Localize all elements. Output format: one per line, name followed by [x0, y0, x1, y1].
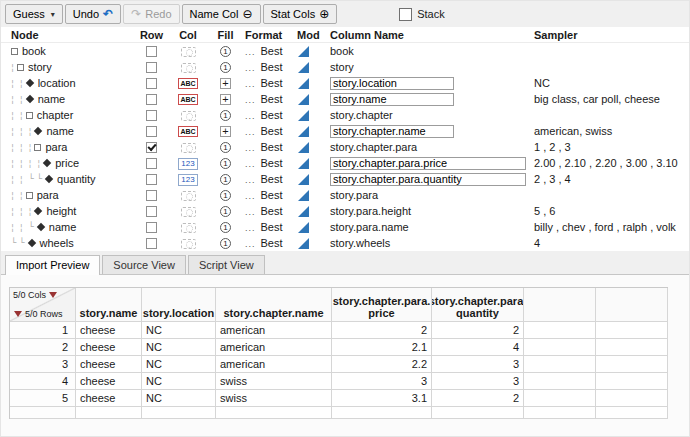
fill-icon[interactable]: 1 — [220, 190, 231, 201]
element-node-icon[interactable] — [26, 112, 33, 119]
col-type-icon[interactable]: ABC — [178, 126, 197, 137]
cell-story-location[interactable]: NC — [142, 356, 216, 373]
fill-icon[interactable]: + — [220, 126, 231, 137]
cell-quantity[interactable]: 3 — [432, 356, 524, 373]
row-checkbox[interactable] — [146, 94, 157, 105]
column-name-input[interactable] — [330, 157, 526, 170]
column-header-story-name[interactable]: story.name — [76, 288, 142, 322]
row-checkbox[interactable] — [146, 78, 157, 89]
modeling-type-icon[interactable] — [298, 62, 309, 73]
col-type-icon[interactable]: 123 — [178, 158, 197, 170]
col-type-icon[interactable] — [181, 143, 196, 153]
format-button[interactable]: ... — [245, 239, 256, 249]
modeling-type-icon[interactable] — [298, 110, 309, 121]
cell-price[interactable]: 2.2 — [332, 356, 432, 373]
cell-quantity[interactable]: 2 — [432, 390, 524, 407]
redo-button[interactable]: ↷ Redo — [123, 4, 179, 24]
row-checkbox[interactable] — [146, 126, 157, 137]
cell-quantity[interactable]: 4 — [432, 339, 524, 356]
modeling-type-icon[interactable] — [298, 142, 309, 153]
element-node-icon[interactable] — [11, 48, 18, 55]
column-header-para-quantity[interactable]: story.chapter.para. quantity — [432, 288, 524, 322]
cell-price[interactable]: 3 — [332, 373, 432, 390]
fill-icon[interactable]: 1 — [220, 110, 231, 121]
row-checkbox[interactable] — [146, 222, 157, 233]
tab-script-view[interactable]: Script View — [188, 255, 265, 274]
cell-story-name[interactable]: cheese — [76, 390, 142, 407]
col-type-icon[interactable] — [181, 63, 196, 73]
row-checkbox[interactable] — [146, 174, 157, 185]
columns-panel-wedge-icon[interactable] — [49, 292, 57, 298]
modeling-type-icon[interactable] — [298, 78, 309, 89]
name-col-button[interactable]: Name Col ⊖ — [182, 4, 261, 24]
attribute-node-icon[interactable] — [25, 79, 33, 87]
row-checkbox[interactable] — [146, 46, 157, 57]
column-name-input[interactable] — [330, 173, 526, 186]
cell-chapter-name[interactable]: american — [216, 356, 332, 373]
cell-quantity[interactable]: 2 — [432, 322, 524, 339]
column-header-para-price[interactable]: story.chapter.para. price — [332, 288, 432, 322]
column-header-chapter-name[interactable]: story.chapter.name — [216, 288, 332, 322]
table-corner-panel[interactable]: 5/0 Cols 5/0 Rows — [10, 288, 76, 322]
format-button[interactable]: ... — [245, 47, 256, 57]
row-checkbox[interactable] — [146, 158, 157, 169]
col-type-icon[interactable] — [181, 223, 196, 233]
fill-icon[interactable]: 1 — [220, 62, 231, 73]
modeling-type-icon[interactable] — [298, 222, 309, 233]
row-number[interactable]: 4 — [10, 373, 76, 390]
attribute-node-icon[interactable] — [34, 127, 42, 135]
attribute-node-icon[interactable] — [45, 175, 53, 183]
cell-chapter-name[interactable]: swiss — [216, 390, 332, 407]
cell-story-location[interactable]: NC — [142, 373, 216, 390]
fill-icon[interactable]: 1 — [220, 158, 231, 169]
modeling-type-icon[interactable] — [298, 190, 309, 201]
cell-chapter-name[interactable]: american — [216, 322, 332, 339]
format-button[interactable]: ... — [245, 207, 256, 217]
cell-story-location[interactable]: NC — [142, 322, 216, 339]
format-button[interactable]: ... — [245, 79, 256, 89]
format-button[interactable]: ... — [245, 191, 256, 201]
format-button[interactable]: ... — [245, 111, 256, 121]
modeling-type-icon[interactable] — [298, 174, 309, 185]
row-checkbox[interactable] — [146, 62, 157, 73]
modeling-type-icon[interactable] — [298, 206, 309, 217]
column-header-story-location[interactable]: story.location — [142, 288, 216, 322]
attribute-node-icon[interactable] — [43, 159, 51, 167]
attribute-node-icon[interactable] — [34, 207, 42, 215]
format-button[interactable]: ... — [245, 175, 256, 185]
cell-story-location[interactable]: NC — [142, 390, 216, 407]
cell-story-name[interactable]: cheese — [76, 356, 142, 373]
col-type-icon[interactable] — [181, 191, 196, 201]
modeling-type-icon[interactable] — [298, 238, 309, 249]
modeling-type-icon[interactable] — [298, 158, 309, 169]
cell-story-name[interactable]: cheese — [76, 339, 142, 356]
cell-chapter-name[interactable]: swiss — [216, 373, 332, 390]
fill-icon[interactable]: 1 — [220, 174, 231, 185]
col-type-icon[interactable] — [181, 239, 196, 249]
row-number[interactable]: 2 — [10, 339, 76, 356]
column-name-input[interactable] — [330, 93, 454, 106]
attribute-node-icon[interactable] — [25, 95, 33, 103]
cell-story-name[interactable]: cheese — [76, 322, 142, 339]
cell-quantity[interactable]: 3 — [432, 373, 524, 390]
col-type-icon[interactable] — [181, 111, 196, 121]
format-button[interactable]: ... — [245, 159, 256, 169]
tab-import-preview[interactable]: Import Preview — [5, 255, 100, 275]
row-number[interactable]: 5 — [10, 390, 76, 407]
element-node-icon[interactable] — [34, 144, 41, 151]
stack-checkbox[interactable] — [399, 8, 412, 21]
tab-source-view[interactable]: Source View — [102, 255, 186, 274]
stat-cols-button[interactable]: Stat Cols ⊕ — [263, 4, 338, 24]
format-button[interactable]: ... — [245, 63, 256, 73]
col-type-icon[interactable]: ABC — [178, 78, 197, 89]
attribute-node-icon[interactable] — [37, 223, 45, 231]
cell-price[interactable]: 2.1 — [332, 339, 432, 356]
cell-price[interactable]: 2 — [332, 322, 432, 339]
guess-button[interactable]: Guess ▾ — [5, 4, 63, 24]
modeling-type-icon[interactable] — [298, 126, 309, 137]
fill-icon[interactable]: + — [220, 94, 231, 105]
fill-icon[interactable]: 1 — [220, 142, 231, 153]
row-checkbox[interactable] — [146, 190, 157, 201]
row-checkbox[interactable] — [146, 206, 157, 217]
attribute-node-icon[interactable] — [27, 239, 35, 247]
